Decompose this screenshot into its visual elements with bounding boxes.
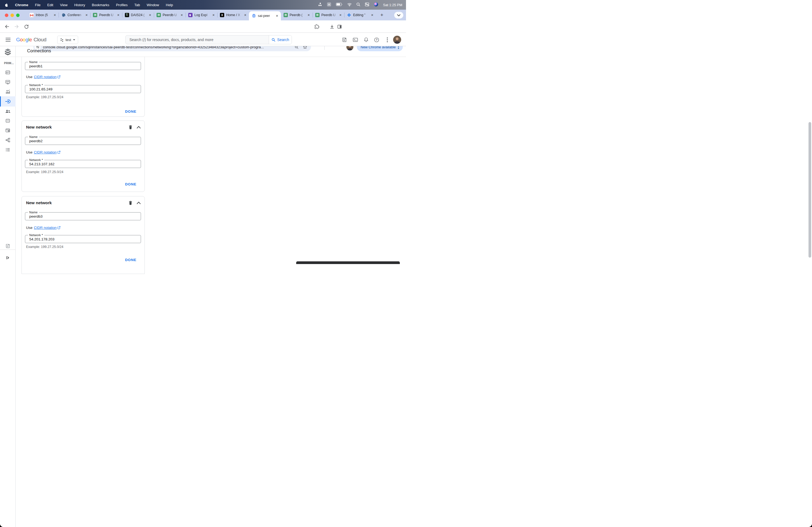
menubar-item-chrome[interactable]: Chrome xyxy=(15,3,28,7)
network-field[interactable]: Network * 54.213.107.162 xyxy=(25,160,141,168)
network-helper-text: Example: 199.27.25.0/24 xyxy=(26,245,63,249)
sidebar-item-system-insights[interactable] xyxy=(0,77,16,87)
collapse-card-button[interactable] xyxy=(135,124,142,131)
account-avatar[interactable] xyxy=(393,36,401,44)
new-tab-button[interactable]: + xyxy=(379,12,385,18)
release-notes-icon[interactable] xyxy=(341,37,347,43)
google-cloud-logo[interactable]: Google Cloud xyxy=(16,37,46,43)
back-button[interactable] xyxy=(4,23,10,30)
sidebar-item-operations[interactable] xyxy=(0,145,16,155)
cloud-sql-icon xyxy=(251,14,256,18)
card-header: New network xyxy=(26,125,52,130)
done-button[interactable]: DONE xyxy=(125,109,136,114)
tab-peerdb-3[interactable]: ᘛ Peerdb ( ✕ xyxy=(281,10,313,20)
help-icon[interactable]: ? xyxy=(374,37,379,43)
tab-search-button[interactable] xyxy=(394,12,403,18)
menubar-clock[interactable]: Sat 1:25 PM xyxy=(383,3,402,7)
name-field[interactable]: Name peerdb3 xyxy=(25,212,141,220)
side-panel-icon[interactable] xyxy=(336,23,343,30)
a-app-icon[interactable]: A xyxy=(327,2,331,7)
sidebar-item-backups[interactable] xyxy=(0,125,16,136)
wifi-icon[interactable] xyxy=(347,3,352,7)
network-card-2: New network Name peerdb2 Use CIDR notati… xyxy=(21,120,145,192)
sidebar-item-connections[interactable] xyxy=(0,96,16,107)
tab-conference[interactable]: Conferen ✕ xyxy=(59,10,90,20)
zoom-window-button[interactable] xyxy=(16,14,19,17)
tab-close-icon[interactable]: ✕ xyxy=(116,13,120,17)
tab-dais24[interactable]: DAIS DAIS24 ( ✕ xyxy=(122,10,154,20)
close-window-button[interactable] xyxy=(5,14,8,17)
sidebar-item-databases[interactable] xyxy=(0,116,16,126)
spotlight-search-icon[interactable] xyxy=(356,2,360,7)
tab-close-icon[interactable]: ✕ xyxy=(370,13,374,17)
tab-close-icon[interactable]: ✕ xyxy=(180,13,184,17)
tab-close-icon[interactable]: ✕ xyxy=(53,13,57,17)
tab-peerdb-2[interactable]: ᘛ Peerdb U ✕ xyxy=(154,10,186,20)
battery-icon[interactable] xyxy=(336,3,343,7)
name-field[interactable]: Name peerdb2 xyxy=(25,137,141,145)
sidebar-item-replicas[interactable] xyxy=(0,135,16,145)
done-button[interactable]: DONE xyxy=(125,182,136,186)
tab-close-icon[interactable]: ✕ xyxy=(211,13,216,17)
cloud-shell-icon[interactable] xyxy=(352,37,358,43)
search-button[interactable]: Search xyxy=(269,35,292,44)
menubar-item-window[interactable]: Window xyxy=(147,3,159,7)
menubar-item-view[interactable]: View xyxy=(60,3,68,7)
logo-cloud-text: Cloud xyxy=(33,37,46,43)
reload-button[interactable] xyxy=(23,23,30,30)
minimize-window-button[interactable] xyxy=(11,14,14,17)
tab-close-icon[interactable]: ✕ xyxy=(307,13,311,17)
menubar-item-help[interactable]: Help xyxy=(166,3,173,7)
siri-icon[interactable] xyxy=(374,2,378,7)
tab-sai-peerdb-active[interactable]: sai-peer ✕ xyxy=(249,11,280,20)
tab-title: Home / X xyxy=(226,13,243,17)
hamburger-menu-icon[interactable] xyxy=(5,37,11,42)
delete-network-button[interactable] xyxy=(127,200,134,206)
menubar-item-bookmarks[interactable]: Bookmarks xyxy=(92,3,109,7)
name-field[interactable]: Name peerdb1 xyxy=(25,62,141,70)
tab-log-explorer[interactable]: Log Expl ✕ xyxy=(186,10,217,20)
network-field[interactable]: Network * 100.21.65.249 xyxy=(25,85,141,93)
extensions-icon[interactable] xyxy=(314,23,320,30)
menubar-item-profiles[interactable]: Profiles xyxy=(116,3,128,7)
cidr-notation-link[interactable]: CIDR notation xyxy=(34,226,60,230)
forward-button[interactable] xyxy=(13,23,20,30)
release-notes-panel-icon[interactable] xyxy=(4,243,11,249)
tab-peerdb-1[interactable]: ᘛ Peerdb U ✕ xyxy=(90,10,122,20)
delete-network-button[interactable] xyxy=(127,124,134,131)
tab-close-icon[interactable]: ✕ xyxy=(84,13,89,17)
tab-close-icon[interactable]: ✕ xyxy=(243,13,247,17)
menubar-item-edit[interactable]: Edit xyxy=(47,3,53,7)
tab-close-icon[interactable]: ✕ xyxy=(275,14,279,18)
project-selector[interactable]: test xyxy=(57,36,78,44)
tab-close-icon[interactable]: ✕ xyxy=(338,13,343,17)
tab-peerdb-4[interactable]: ᘛ Peerdb U ✕ xyxy=(313,10,344,20)
tab-close-icon[interactable]: ✕ xyxy=(148,13,152,17)
collapse-card-button[interactable] xyxy=(135,200,142,206)
sidebar-item-users[interactable] xyxy=(0,106,16,116)
more-options-icon[interactable] xyxy=(384,37,390,43)
menubar-item-history[interactable]: History xyxy=(74,3,85,7)
done-button[interactable]: DONE xyxy=(125,258,136,262)
tab-editing[interactable]: Editing " ✕ xyxy=(344,10,376,20)
sidebar-item-overview[interactable] xyxy=(0,67,16,77)
notifications-bell-icon[interactable] xyxy=(363,37,369,43)
logo-letter: o xyxy=(23,37,26,43)
cloud-sql-product-icon[interactable] xyxy=(4,48,11,57)
sidebar-item-query-insights[interactable] xyxy=(0,87,16,97)
tab-inbox[interactable]: Inbox (5 ✕ xyxy=(27,10,59,20)
search-input[interactable]: Search (/) for resources, docs, products… xyxy=(126,35,269,44)
downloads-icon[interactable] xyxy=(329,23,335,30)
cidr-notation-link[interactable]: CIDR notation xyxy=(34,150,60,154)
tab-x-home[interactable]: X Home / X ✕ xyxy=(217,10,249,20)
stats-blocks-icon[interactable] xyxy=(318,2,322,7)
cidr-notation-link[interactable]: CIDR notation xyxy=(34,75,60,79)
menubar-item-tab[interactable]: Tab xyxy=(134,3,140,7)
apple-menu-icon[interactable] xyxy=(4,3,8,7)
peerdb-icon: ᘛ xyxy=(284,13,288,17)
menubar-item-file[interactable]: File xyxy=(35,3,41,7)
control-center-icon[interactable] xyxy=(365,2,369,7)
expand-sidebar-icon[interactable] xyxy=(4,254,11,261)
network-field[interactable]: Network * 54.201.178.203 xyxy=(25,235,141,243)
system-insights-icon xyxy=(5,79,11,85)
